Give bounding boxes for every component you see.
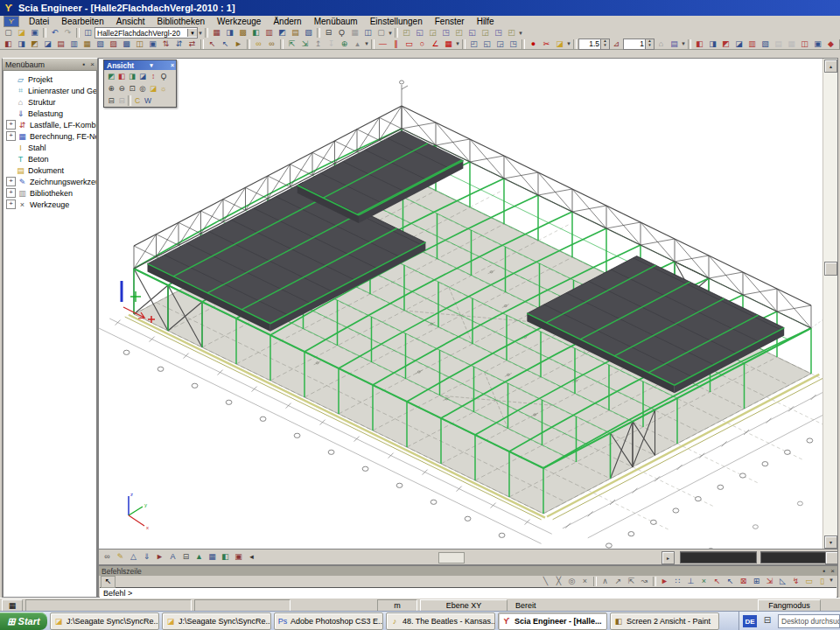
draw-grid-icon[interactable]: ▦ — [442, 38, 455, 49]
document-icon[interactable]: ◫ — [361, 28, 374, 38]
snap-box-icon[interactable]: ⊠ — [737, 577, 750, 587]
fe-mesh-icon[interactable]: ∞ — [101, 552, 114, 563]
structure-icon[interactable]: ▤ — [54, 38, 67, 49]
sidebar-item-linienraster-und-geschosse[interactable]: ⌗Linienraster und Geschosse — [4, 85, 96, 96]
snap-line-icon[interactable]: ╲ — [539, 577, 552, 587]
structural-model-drawing[interactable]: zyx — [99, 59, 823, 549]
draw-circle-icon[interactable]: ○ — [416, 38, 429, 49]
snap-end-icon[interactable]: ↖ — [710, 577, 724, 587]
beam-icon[interactable]: ◧ — [693, 38, 706, 49]
pan-left-button[interactable]: ▸ — [662, 551, 675, 564]
toolbar-dropdown-icon[interactable]: ▾ — [518, 30, 523, 37]
exchange-icon[interactable]: ▧ — [302, 28, 315, 38]
print-view-icon[interactable]: ⊟ — [106, 95, 116, 106]
window-tile-icon[interactable]: ◲ — [426, 28, 439, 38]
snap-corner-icon[interactable]: ⇱ — [625, 577, 638, 587]
vertical-scroll-thumb[interactable] — [824, 262, 837, 276]
open-icon[interactable]: ◪ — [15, 28, 28, 38]
vertical-scrollbar[interactable]: ▴ ▾ — [822, 59, 837, 549]
paste-icon[interactable]: ▩ — [236, 28, 249, 38]
zoom-window-icon[interactable]: ⊡ — [127, 83, 137, 94]
snap-mode-button[interactable]: Fangmodus — [758, 599, 821, 612]
snap-off-icon[interactable]: × — [578, 577, 592, 587]
down-icon[interactable]: ↧ — [325, 38, 338, 49]
expand-icon[interactable]: + — [6, 200, 16, 209]
tools-icon[interactable]: ▴ — [351, 38, 364, 49]
snap-flash-icon[interactable]: ↯ — [789, 577, 802, 587]
sidebar-item-projekt[interactable]: ▱Projekt — [4, 74, 96, 85]
structure-icon[interactable]: ▨ — [107, 38, 120, 49]
snap-edge-icon[interactable]: ⇲ — [763, 577, 776, 587]
corner-button[interactable] — [825, 551, 838, 564]
pencil-icon[interactable]: ✎ — [114, 552, 127, 563]
plane-indicator[interactable]: Ebene XY — [420, 599, 508, 612]
snap-dir-icon[interactable]: ↗ — [612, 577, 625, 587]
beam-icon[interactable]: ▤ — [772, 38, 785, 49]
expand-icon[interactable]: + — [6, 177, 16, 186]
structure-icon[interactable]: ◩ — [28, 38, 41, 49]
depth-slider-1[interactable] — [680, 551, 757, 564]
scale-spinner[interactable]: 1.5▲▼ — [578, 38, 610, 50]
beam-icon[interactable]: ◫ — [798, 38, 811, 49]
cut-icon[interactable]: ✂ — [540, 38, 553, 49]
structure-icon[interactable]: ◫ — [133, 38, 146, 49]
redo-icon[interactable]: ↷ — [61, 28, 74, 38]
prev-icon[interactable]: ◂ — [245, 552, 258, 563]
sidebar-item-beton[interactable]: TBeton — [4, 153, 96, 164]
model-3d-scene[interactable]: zyx — [99, 59, 823, 549]
solid-icon[interactable]: ▣ — [232, 552, 245, 563]
beam-icon[interactable]: ◪ — [732, 38, 746, 49]
move-icon[interactable]: ⇱ — [285, 38, 298, 49]
scroll-down-button[interactable]: ▾ — [824, 536, 837, 549]
chevron-down-icon[interactable]: ▾ — [148, 62, 155, 69]
label-icon[interactable]: A — [166, 552, 179, 563]
snap-bar2-icon[interactable]: ▯ — [816, 577, 829, 587]
zoom-all-icon[interactable]: ◎ — [137, 83, 148, 94]
beam-icon[interactable]: ▥ — [746, 38, 759, 49]
select-prop-icon[interactable]: ► — [232, 38, 245, 49]
taskbar-task[interactable]: ◪J:\Seagate Sync\SyncRe... — [50, 612, 159, 630]
structure-icon[interactable]: ▥ — [67, 38, 80, 49]
clipboard-icon[interactable]: ▦ — [210, 28, 223, 38]
title-bar[interactable]: ϒ Scia Engineer - [Halle2FlachdachVergl-… — [0, 0, 840, 16]
sidebar-item-dokument[interactable]: ▤Dokument — [4, 164, 96, 176]
window-tile-icon[interactable]: ◳ — [492, 28, 505, 38]
copy-multi-icon[interactable]: ⇲ — [298, 38, 312, 49]
sidebar-item-stahl[interactable]: IStahl — [4, 142, 96, 153]
menu-werkzeuge[interactable]: Werkzeuge — [211, 17, 267, 27]
menu-hilfe[interactable]: Hilfe — [471, 17, 500, 27]
window-tile-icon[interactable]: ◲ — [479, 28, 492, 38]
teamwork-icon[interactable]: ◧ — [249, 28, 262, 38]
clipping-icon[interactable]: C — [132, 95, 143, 106]
view-axo-icon[interactable]: ◩ — [106, 71, 116, 81]
print-view-icon[interactable]: ⊟ — [179, 552, 192, 563]
window-icon[interactable]: ◰ — [467, 38, 480, 49]
import-icon[interactable]: ▥ — [262, 28, 276, 38]
view-x-icon[interactable]: ◧ — [116, 71, 127, 81]
view-person-icon[interactable]: ↕ — [148, 71, 158, 81]
project-combo[interactable]: Halle2FlachdachVergl-20▼ — [94, 27, 198, 38]
beam-icon[interactable]: ▦ — [785, 38, 798, 49]
expand-icon[interactable]: + — [6, 188, 16, 198]
app-menu-icon[interactable]: ϒ — [4, 16, 19, 27]
spinner-buttons[interactable]: ▲▼ — [645, 39, 654, 49]
draw-line-icon[interactable]: — — [376, 38, 389, 49]
scroll-top-button[interactable]: ▴ — [824, 60, 837, 73]
menu-einstellungen[interactable]: Einstellungen — [364, 17, 429, 27]
menu-fenster[interactable]: Fenster — [429, 17, 471, 27]
wireframe-icon[interactable]: W — [143, 95, 153, 106]
render-icon[interactable]: ▲ — [192, 552, 206, 563]
taskbar-task[interactable]: ◧Screen 2 Ansicht - Paint — [610, 612, 719, 630]
print-view2-icon[interactable]: ⊟ — [116, 95, 127, 106]
angle-icon[interactable]: ⌂ — [654, 38, 668, 49]
structure-icon[interactable]: ⇅ — [159, 38, 172, 49]
sidebar-item-struktur[interactable]: ⌂Struktur — [4, 96, 96, 108]
start-button[interactable]: ⊞ Start — [0, 612, 47, 630]
toolbar-dropdown-icon[interactable]: ▾ — [829, 577, 834, 587]
desktop-search-input[interactable]: Desktop durchsuche — [778, 614, 840, 628]
sidebar-item-belastung[interactable]: ⇓Belastung — [4, 108, 96, 119]
toolbar-dropdown-icon[interactable]: ▾ — [198, 30, 203, 37]
gallery-icon[interactable]: ▦ — [348, 28, 361, 38]
cursor-mode-icon[interactable]: ↖ — [101, 576, 116, 588]
snap-arc-icon[interactable]: ↝ — [638, 577, 651, 587]
